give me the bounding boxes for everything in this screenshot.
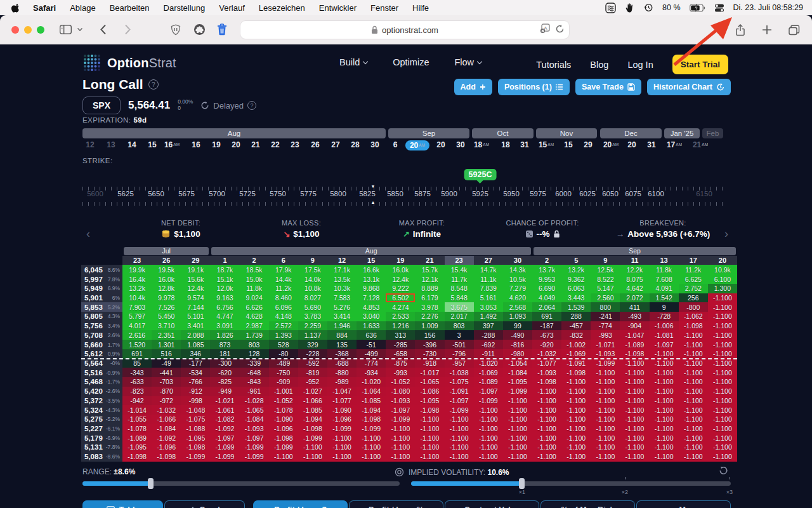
table-cell[interactable]: -1.100 [650, 424, 679, 434]
table-cell[interactable]: -1.100 [679, 359, 708, 368]
expiry-date[interactable]: 20AM [603, 140, 619, 149]
table-cell[interactable]: -1.100 [386, 433, 415, 443]
table-cell[interactable]: 8.548 [445, 284, 474, 293]
table-cell[interactable]: -1.100 [561, 424, 591, 434]
table-cell[interactable]: -1.078 [269, 405, 298, 415]
table-cell[interactable]: -1.100 [561, 387, 591, 396]
tab-more[interactable]: More [636, 500, 731, 508]
table-cell[interactable]: -1.100 [503, 424, 532, 434]
table-cell[interactable]: -1.100 [679, 387, 708, 396]
table-cell[interactable]: -1.028 [240, 396, 269, 406]
table-cell[interactable]: 397 [474, 321, 503, 331]
table-cell[interactable]: 3.675 [445, 302, 474, 312]
table-cell[interactable]: -1.100 [708, 312, 737, 321]
menu-item-bearbeiten[interactable]: Bearbeiten [103, 3, 157, 13]
table-cell[interactable]: 3.783 [298, 312, 327, 321]
table-cell[interactable]: -1.100 [415, 424, 444, 434]
table-cell[interactable]: -1.097 [240, 433, 269, 443]
table-cell[interactable]: -1.100 [298, 443, 327, 452]
expiry-date[interactable]: 29 [584, 140, 592, 149]
table-cell[interactable]: 15.1k [210, 274, 239, 284]
reload-icon[interactable] [555, 24, 565, 34]
menu-item-lesezeichen[interactable]: Lesezeichen [252, 3, 312, 13]
table-cell[interactable]: -1.098 [620, 349, 649, 359]
table-cell[interactable]: -1.094 [298, 415, 327, 424]
table-cell[interactable]: 4.274 [386, 302, 415, 312]
table-cell[interactable]: -1.093 [240, 424, 269, 434]
table-cell[interactable]: -1.097 [474, 387, 503, 396]
table-cell[interactable]: -1.100 [445, 415, 474, 424]
table-cell[interactable]: -1.100 [679, 377, 708, 387]
expiry-date[interactable]: 20 [627, 140, 636, 149]
table-cell[interactable]: 2.572 [269, 321, 298, 331]
table-cell[interactable]: -490 [503, 330, 532, 340]
table-cell[interactable]: -1.098 [152, 452, 181, 462]
nav-link-flow[interactable]: Flow [454, 57, 481, 67]
table-cell[interactable]: -493 [620, 312, 649, 321]
expiry-date[interactable]: 26 [311, 140, 319, 149]
table-col-header[interactable]: 17 [679, 256, 708, 265]
table-cell[interactable]: -1.089 [620, 340, 649, 349]
table-cell[interactable]: -1.020 [357, 377, 386, 387]
table-cell[interactable]: -1.100 [561, 405, 591, 415]
table-cell[interactable]: -1.100 [679, 330, 708, 340]
table-cell[interactable]: -1.089 [474, 377, 503, 387]
table-cell[interactable]: 1.085 [181, 340, 210, 349]
table-cell[interactable]: -1.100 [445, 424, 474, 434]
table-cell[interactable]: -80 [269, 349, 298, 359]
table-col-header[interactable]: 2 [532, 256, 561, 265]
table-cell[interactable]: 5.147 [591, 284, 620, 293]
table-cell[interactable]: 14.3k [503, 265, 532, 274]
table-cell[interactable]: -1.055 [122, 415, 152, 424]
close-window-button[interactable] [11, 26, 19, 34]
table-cell[interactable]: 12.5k [591, 265, 620, 274]
table-cell[interactable]: -1.100 [532, 443, 561, 452]
table-cell[interactable]: -1.065 [240, 405, 269, 415]
table-cell[interactable]: -870 [152, 387, 181, 396]
table-cell[interactable]: -1.017 [415, 368, 444, 377]
table-cell[interactable]: -1.098 [679, 321, 708, 331]
table-cell[interactable]: -51 [357, 340, 386, 349]
table-cell[interactable]: -1.100 [561, 377, 591, 387]
nav-link-optimize[interactable]: Optimize [393, 57, 429, 67]
table-cell[interactable]: -1.100 [620, 443, 649, 452]
table-cell[interactable]: -1.061 [210, 405, 239, 415]
table-cell[interactable]: -1.021 [210, 396, 239, 406]
table-cell[interactable]: 3.401 [181, 321, 210, 331]
table-cell[interactable]: 13.2k [122, 284, 152, 293]
table-cell[interactable]: -1.100 [561, 433, 591, 443]
table-cell[interactable]: 85 [122, 359, 152, 368]
table-cell[interactable]: 17.1k [327, 265, 357, 274]
table-cell[interactable]: -1.100 [298, 452, 327, 462]
table-cell[interactable]: -1.081 [650, 330, 679, 340]
table-cell[interactable]: -1.100 [474, 405, 503, 415]
table-cell[interactable]: 13.7k [532, 265, 561, 274]
table-cell[interactable]: 17.9k [269, 265, 298, 274]
table-cell[interactable]: 6.690 [532, 284, 561, 293]
table-cell[interactable]: -620 [210, 368, 239, 377]
table-cell[interactable]: 873 [210, 340, 239, 349]
table-cell[interactable]: 16.4k [122, 274, 152, 284]
table-cell[interactable]: 329 [298, 340, 327, 349]
table-cell[interactable]: -1.100 [679, 443, 708, 452]
table-cell[interactable]: -49 [152, 359, 181, 368]
table-cell[interactable]: -1.099 [210, 443, 239, 452]
table-cell[interactable]: -1.100 [415, 443, 444, 452]
table-cell[interactable]: -1.100 [708, 302, 737, 312]
table-cell[interactable]: -1.099 [240, 443, 269, 452]
table-cell[interactable]: 5.848 [445, 293, 474, 303]
table-cell[interactable]: 313 [386, 330, 415, 340]
table-cell[interactable]: 1.826 [210, 330, 239, 340]
table-cell[interactable]: -1.100 [532, 387, 561, 396]
expiry-date[interactable]: 18AM [474, 140, 489, 149]
table-cell[interactable]: -1.095 [122, 443, 152, 452]
table-cell[interactable]: 18.7k [210, 265, 239, 274]
table-cell[interactable]: 4.148 [269, 312, 298, 321]
table-cell[interactable]: -1.093 [591, 349, 620, 359]
table-cell[interactable]: 13.1k [357, 274, 386, 284]
table-cell[interactable]: -918 [415, 359, 444, 368]
table-cell[interactable]: -1.075 [181, 415, 210, 424]
table-cell[interactable]: -1.100 [650, 368, 679, 377]
table-cell[interactable]: 6.626 [240, 302, 269, 312]
table-cell[interactable]: 3.443 [561, 293, 591, 303]
